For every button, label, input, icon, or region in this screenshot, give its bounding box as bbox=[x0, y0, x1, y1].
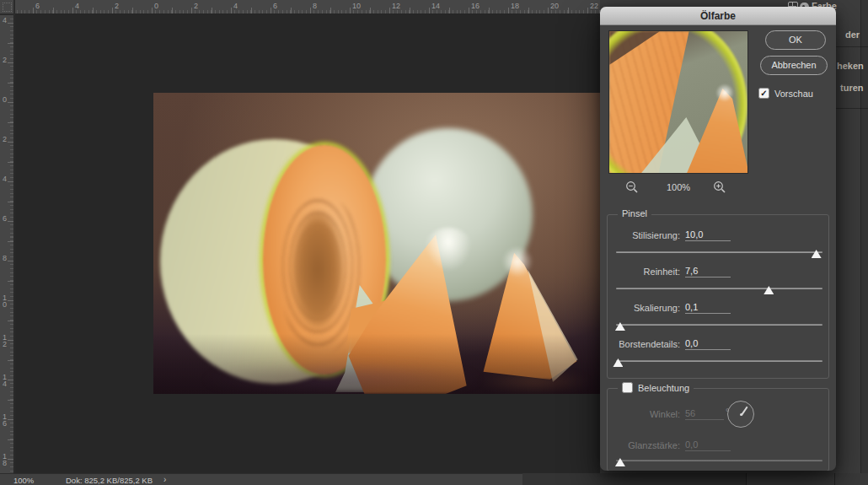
shine-value-field: 0,0 bbox=[685, 439, 731, 451]
ruler-number: 4 bbox=[3, 17, 9, 24]
ruler-number: 12 bbox=[3, 334, 9, 348]
lighting-checkbox-label[interactable]: Beleuchtung bbox=[638, 383, 689, 393]
bristle-detail-value-field[interactable]: 0,0 bbox=[685, 338, 731, 350]
preview-checkbox[interactable]: ✓ bbox=[758, 88, 769, 99]
ruler-number: 16 bbox=[471, 2, 480, 10]
shine-label: Glanzstärke: bbox=[608, 440, 680, 450]
cancel-button[interactable]: Abbrechen bbox=[760, 56, 828, 75]
shine-slider[interactable] bbox=[616, 458, 822, 468]
preview-zoom-controls: 100% bbox=[600, 179, 757, 196]
scale-label: Skalierung: bbox=[608, 303, 680, 313]
vertical-ruler: 42024681012141618 bbox=[0, 15, 14, 473]
panel-edge-column bbox=[861, 0, 868, 485]
brush-group: Pinsel Stilisierung: 10,0 Reinheit: 7,6 … bbox=[607, 214, 829, 379]
document-image-melons bbox=[153, 93, 600, 394]
panel-tab-fragment[interactable]: heken bbox=[837, 61, 864, 71]
ruler-number: 2 bbox=[3, 57, 9, 63]
ruler-number: 4 bbox=[75, 2, 79, 10]
panel-tab-fragment[interactable]: der bbox=[845, 30, 860, 40]
angle-label: Winkel: bbox=[608, 409, 680, 419]
ruler-number: 8 bbox=[3, 255, 9, 261]
horizontal-ruler: 6420246810121416182022 bbox=[15, 0, 600, 14]
statusbar-doc-size: Dok: 825,2 KB/825,2 KB bbox=[66, 476, 153, 485]
cleanliness-label: Reinheit: bbox=[608, 267, 680, 277]
preview-highlight bbox=[715, 84, 734, 102]
ruler-origin-box bbox=[0, 0, 14, 14]
ruler-number: 0 bbox=[3, 96, 9, 103]
slider-track[interactable] bbox=[616, 360, 822, 362]
stylization-value-field[interactable]: 10,0 bbox=[685, 229, 731, 241]
preview-checkbox-label[interactable]: Vorschau bbox=[774, 89, 813, 99]
preview-zoom-level: 100% bbox=[651, 182, 706, 192]
angle-dial-center bbox=[740, 413, 742, 416]
preview-toggle-row: ✓ Vorschau bbox=[758, 88, 813, 99]
ruler-number: 22 bbox=[590, 2, 598, 10]
ruler-number: 2 bbox=[115, 2, 119, 10]
stylization-slider[interactable] bbox=[616, 250, 822, 260]
ok-button[interactable]: OK bbox=[765, 30, 826, 50]
ruler-number: 10 bbox=[352, 2, 361, 10]
panel-tab-fragment[interactable]: turen bbox=[840, 83, 864, 93]
dialog-title[interactable]: Ölfarbe bbox=[600, 7, 836, 25]
photoshop-workspace: Farbe der heken turen 642024681012141618… bbox=[0, 0, 868, 485]
ruler-number: 14 bbox=[3, 374, 9, 387]
ruler-number: 12 bbox=[392, 2, 400, 10]
ruler-number: 6 bbox=[35, 2, 40, 10]
panel-strip-segment bbox=[747, 473, 868, 485]
bristle-detail-slider[interactable] bbox=[616, 358, 822, 369]
scale-value-field[interactable]: 0,1 bbox=[685, 302, 731, 314]
statusbar-expander-icon[interactable]: › bbox=[163, 475, 166, 484]
cleanliness-slider[interactable] bbox=[616, 286, 822, 296]
ruler-number: 6 bbox=[273, 2, 277, 10]
slider-track[interactable] bbox=[616, 324, 822, 326]
ruler-number: 20 bbox=[550, 2, 559, 10]
statusbar-zoom-field[interactable]: 100% bbox=[13, 476, 34, 485]
bristle-detail-label: Borstendetails: bbox=[608, 339, 680, 349]
ruler-number: 18 bbox=[3, 453, 9, 466]
slider-track[interactable] bbox=[616, 251, 822, 253]
angle-value-field: 56 bbox=[685, 408, 724, 420]
panel-divider bbox=[746, 473, 747, 485]
zoom-out-icon[interactable] bbox=[625, 181, 639, 194]
ruler-number: 14 bbox=[431, 2, 440, 10]
ruler-number: 4 bbox=[3, 175, 9, 182]
zoom-in-icon[interactable] bbox=[713, 181, 726, 194]
canvas-pasteboard bbox=[15, 14, 600, 473]
angle-dial[interactable] bbox=[727, 401, 754, 428]
floor-shadow bbox=[153, 93, 600, 394]
ruler-number: 8 bbox=[313, 2, 317, 10]
ruler-number: 16 bbox=[3, 413, 9, 427]
slider-track bbox=[616, 460, 822, 461]
slider-track[interactable] bbox=[616, 288, 822, 289]
scale-slider[interactable] bbox=[616, 322, 822, 332]
oil-paint-dialog: Ölfarbe 100% OK Abbrechen bbox=[600, 7, 836, 471]
status-bar: 100% Dok: 825,2 KB/825,2 KB › bbox=[0, 473, 522, 485]
filter-preview-image[interactable] bbox=[608, 30, 748, 174]
ruler-number: 18 bbox=[511, 2, 519, 10]
panel-divider bbox=[834, 473, 835, 485]
ruler-number: 6 bbox=[3, 215, 9, 222]
bottom-panel-strip bbox=[522, 473, 868, 485]
lighting-checkbox[interactable] bbox=[622, 382, 633, 393]
ruler-number: 2 bbox=[3, 136, 9, 143]
ruler-number: 10 bbox=[3, 294, 9, 308]
lighting-group-legend: Beleuchtung bbox=[618, 382, 694, 393]
brush-group-legend: Pinsel bbox=[618, 208, 651, 218]
lighting-group: Beleuchtung Winkel: 56 ° Glanzstärke: 0,… bbox=[607, 388, 829, 471]
ruler-number: 2 bbox=[194, 2, 198, 10]
ruler-number: 0 bbox=[154, 2, 158, 10]
cleanliness-value-field[interactable]: 7,6 bbox=[685, 266, 731, 278]
ruler-number: 4 bbox=[233, 2, 238, 10]
stylization-label: Stilisierung: bbox=[608, 230, 680, 240]
